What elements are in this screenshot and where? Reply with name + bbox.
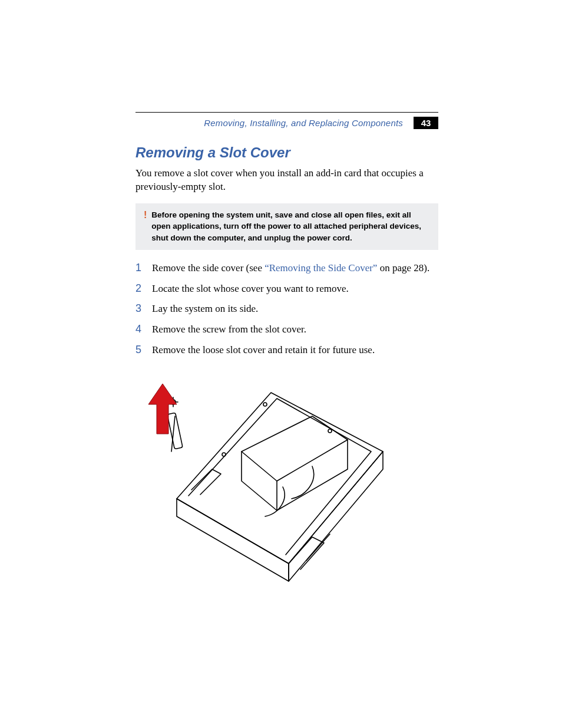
- step-1-xref[interactable]: “Removing the Side Cover”: [265, 262, 377, 274]
- figure-slot-cover-removal: [135, 363, 438, 587]
- steps-list: Remove the side cover (see “Removing the…: [135, 261, 438, 358]
- header-rule: [135, 112, 438, 113]
- svg-marker-0: [177, 393, 383, 564]
- step-2-text: Locate the slot whose cover you want to …: [152, 282, 349, 296]
- running-header-title: Removing, Installing, and Replacing Comp…: [204, 118, 403, 128]
- page: Removing, Installing, and Replacing Comp…: [0, 0, 562, 728]
- svg-point-5: [328, 429, 332, 433]
- step-4-text: Remove the screw from the slot cover.: [152, 323, 306, 337]
- step-3-text: Lay the system on its side.: [152, 302, 258, 316]
- section-intro: You remove a slot cover when you install…: [135, 167, 438, 194]
- section-title: Removing a Slot Cover: [135, 144, 438, 161]
- step-1-pre: Remove the side cover (see: [152, 262, 265, 274]
- step-4: Remove the screw from the slot cover.: [135, 322, 438, 337]
- caution-box: ! Before opening the system unit, save a…: [135, 203, 438, 250]
- step-5-text: Remove the loose slot cover and retain i…: [152, 344, 375, 357]
- svg-marker-1: [177, 499, 289, 581]
- caution-icon: !: [144, 209, 147, 244]
- svg-point-4: [263, 403, 267, 406]
- chassis-illustration-icon: [135, 363, 395, 587]
- step-5: Remove the loose slot cover and retain i…: [135, 342, 438, 357]
- step-1-post: on page 28).: [377, 262, 429, 274]
- svg-marker-2: [289, 452, 383, 581]
- content-area: Removing a Slot Cover You remove a slot …: [135, 144, 438, 587]
- step-2: Locate the slot whose cover you want to …: [135, 281, 438, 296]
- step-3: Lay the system on its side.: [135, 301, 438, 316]
- running-header: Removing, Installing, and Replacing Comp…: [204, 117, 438, 129]
- svg-marker-3: [242, 416, 348, 481]
- caution-text: Before opening the system unit, save and…: [151, 209, 430, 244]
- svg-point-6: [222, 453, 226, 456]
- step-1: Remove the side cover (see “Removing the…: [135, 261, 438, 275]
- page-number-badge: 43: [414, 117, 438, 129]
